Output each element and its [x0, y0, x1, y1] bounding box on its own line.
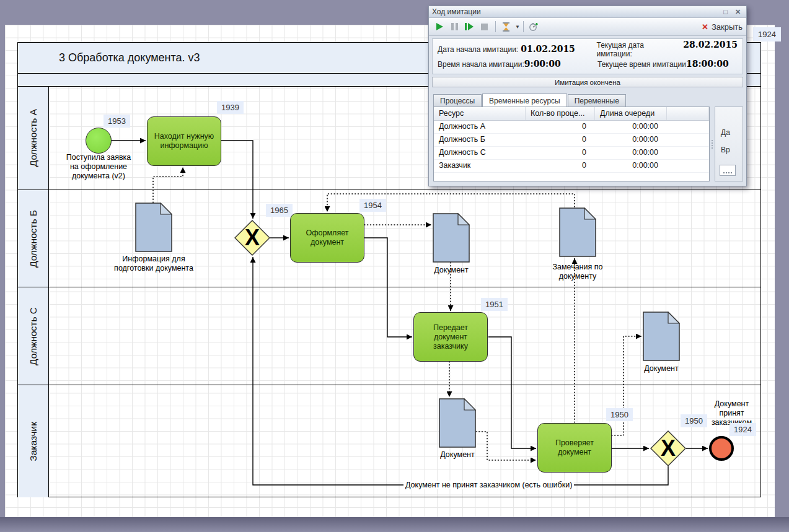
table-row[interactable]: Заказчик00:00:00 [434, 160, 709, 173]
tab-variables[interactable]: Переменные [568, 94, 626, 107]
hourglass-icon [502, 22, 510, 32]
table-row[interactable]: Должность А00:00:00 [434, 121, 709, 134]
table-cell: 0 [526, 121, 595, 133]
dialog-tabs: Процессы Временные ресурсы Переменные [433, 93, 746, 107]
dropdown-icon[interactable]: ▼ [515, 24, 520, 30]
maximize-icon[interactable]: □ [720, 7, 731, 17]
table-cell: Должность С [434, 147, 526, 159]
end-event[interactable] [709, 436, 734, 461]
document-remarks-shape[interactable] [559, 207, 596, 259]
table-cell: Должность Б [434, 134, 526, 146]
table-cell-empty [667, 134, 709, 146]
lane-header-c[interactable]: Должность С [18, 287, 49, 385]
table-cell: 0 [526, 134, 595, 146]
sim-badge: 1950 [606, 408, 633, 421]
panel-splitter[interactable] [710, 107, 715, 181]
side-label-date: Да [721, 128, 730, 137]
simulation-info-panel: Дата начала имитации: 01.02.2015 Текущая… [432, 38, 743, 74]
dialog-title: Ход имитации [432, 7, 718, 16]
application-window: 3 Обработка документа. v3 Должность А До… [0, 0, 789, 532]
table-cell-empty [667, 121, 709, 133]
current-date-value: 28.02.2015 [683, 40, 738, 50]
sim-badge: 1924 [729, 423, 756, 436]
table-row[interactable]: Должность Б00:00:00 [434, 134, 709, 147]
close-simulation-label: Закрыть [712, 22, 743, 32]
task-transfer-document[interactable]: Передает документ заказчику [413, 312, 488, 362]
current-time-value: 18:00:00 [686, 59, 729, 69]
step-icon [465, 23, 474, 30]
table-cell: 0:00:00 [595, 121, 667, 133]
resource-table-area: Ресурс Кол-во проце... Длина очереди Дол… [433, 107, 743, 181]
expand-panel-button[interactable] [720, 165, 736, 176]
document-info-label: Информация для подготовки документа [113, 255, 194, 273]
lane-zakazchik: Заказчик [18, 385, 760, 497]
table-row[interactable]: Должность С00:00:00 [434, 147, 709, 160]
side-label-time: Вр [721, 146, 730, 154]
task-prepare-document[interactable]: Оформляет документ [290, 213, 364, 263]
tab-processes[interactable]: Процессы [433, 94, 482, 107]
document-info-shape[interactable] [135, 203, 172, 255]
current-date-label: Текущая дата имитации: [596, 41, 681, 58]
column-header-process-count: Кол-во проце... [526, 107, 595, 120]
lane-label: Должность С [28, 307, 39, 365]
column-header-resource: Ресурс [434, 107, 526, 120]
toolbar-separator [523, 21, 524, 32]
gateway-decision[interactable]: X [650, 430, 686, 469]
pause-button[interactable] [447, 20, 461, 33]
speed-button[interactable] [499, 20, 513, 33]
start-event[interactable] [86, 128, 112, 154]
pause-icon [451, 23, 458, 30]
lane-label: Заказчик [28, 422, 39, 461]
document-b-shape[interactable] [433, 213, 470, 265]
lane-label: Должность Б [28, 210, 39, 268]
stop-button[interactable] [477, 20, 491, 33]
stopwatch-plus-icon [529, 22, 539, 32]
start-time-label: Время начала имитации: [438, 60, 524, 69]
column-header-queue-length: Длина очереди [595, 107, 667, 120]
task-find-info[interactable]: Находит нужную информацию [147, 116, 221, 166]
lane-header-b[interactable]: Должность Б [18, 190, 49, 287]
sim-badge: 1953 [104, 115, 130, 128]
current-time-label: Текущее время имитации [597, 60, 686, 69]
start-time-value: 9:00:00 [524, 59, 561, 69]
reject-flow-label: Документ не принят заказчиком (есть ошиб… [403, 481, 574, 489]
table-cell-empty [667, 147, 709, 159]
play-button[interactable] [433, 20, 446, 33]
dialog-titlebar[interactable]: Ход имитации □ ✕ [429, 6, 746, 18]
stop-icon [481, 24, 488, 30]
lane-header-z[interactable]: Заказчик [18, 385, 49, 497]
close-icon[interactable]: ✕ [733, 7, 743, 17]
tab-time-resources[interactable]: Временные ресурсы [482, 94, 567, 107]
resource-table: Ресурс Кол-во проце... Длина очереди Дол… [433, 107, 710, 181]
table-cell: 0:00:00 [595, 147, 667, 159]
table-cell: Должность А [434, 121, 526, 133]
sim-badge-floating: 1924 [753, 27, 781, 41]
table-cell: 0 [526, 160, 595, 172]
document-z-label: Документ [433, 450, 482, 460]
collapsed-side-panel: Да Вр [715, 107, 743, 181]
table-cell-empty [667, 160, 709, 172]
lane-label: Должность А [28, 109, 39, 167]
document-c-label: Документ [637, 364, 686, 373]
resource-table-header: Ресурс Кол-во проце... Длина очереди [434, 107, 709, 121]
sim-badge: 1951 [481, 298, 508, 311]
toolbar-separator [495, 21, 496, 32]
simulation-status-bar: Имитация окончена [432, 77, 743, 87]
simulation-dialog: Ход имитации □ ✕ ▼ ✕ Закрыть [428, 6, 747, 186]
column-header-empty [667, 107, 709, 120]
document-c-shape[interactable] [643, 312, 680, 364]
close-simulation-button[interactable]: ✕ Закрыть [702, 22, 743, 32]
task-check-document[interactable]: Проверяет документ [537, 423, 612, 473]
lane-header-a[interactable]: Должность А [18, 87, 49, 190]
red-close-icon: ✕ [702, 22, 708, 32]
table-cell: 0:00:00 [595, 160, 667, 172]
table-cell: 0 [526, 147, 595, 159]
step-button[interactable] [462, 20, 476, 33]
gateway-merge[interactable]: X [234, 220, 270, 258]
svg-text:X: X [661, 435, 676, 461]
svg-text:X: X [245, 225, 260, 250]
add-timer-button[interactable] [527, 20, 540, 33]
document-z-shape[interactable] [439, 398, 476, 450]
sim-badge: 1939 [217, 101, 244, 114]
table-cell: 0:00:00 [595, 134, 667, 146]
